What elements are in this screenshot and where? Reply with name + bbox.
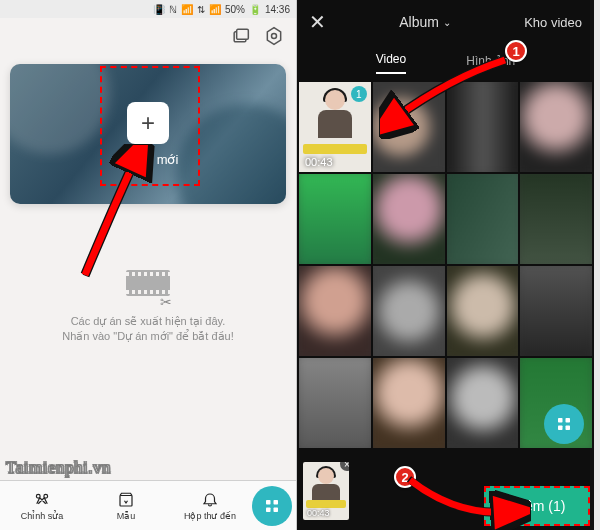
media-thumb[interactable] [447, 174, 519, 264]
apps-fab[interactable] [252, 486, 292, 526]
svg-rect-9 [266, 507, 271, 512]
plus-icon[interactable]: + [127, 102, 169, 144]
annotation-step-2: 2 [394, 466, 416, 488]
svg-marker-2 [267, 28, 280, 45]
annotation-step-1: 1 [505, 40, 527, 62]
watermark: Taimienphi.vn [6, 458, 111, 478]
empty-state: ✂ Các dự án sẽ xuất hiện tại đây. Nhấn v… [0, 270, 296, 345]
empty-line-2: Nhấn vào "Dự án mới" để bắt đầu! [62, 329, 234, 344]
svg-point-3 [272, 34, 277, 39]
nav-template[interactable]: Mẫu [84, 491, 168, 521]
add-button[interactable]: Thêm (1) [484, 486, 590, 526]
tray-duration: 00:43 [307, 508, 330, 518]
svg-rect-14 [566, 426, 571, 431]
media-thumb[interactable] [520, 266, 592, 356]
chevron-down-icon: ⌄ [443, 17, 451, 28]
media-thumb[interactable] [373, 358, 445, 448]
data-icon: ⇅ [197, 4, 205, 15]
svg-point-5 [44, 494, 48, 498]
album-dropdown[interactable]: Album ⌄ [399, 14, 451, 30]
svg-rect-6 [120, 495, 132, 506]
tab-video[interactable]: Video [376, 52, 406, 74]
media-thumb[interactable] [299, 358, 371, 448]
bottom-nav: Chỉnh sửa Mẫu Hộp thư đến [0, 480, 296, 530]
duration-label: 00:43 [305, 156, 333, 168]
remove-icon[interactable]: × [340, 462, 349, 471]
media-thumb[interactable] [447, 82, 519, 172]
media-tabs: Video Hình ảnh [297, 44, 594, 80]
nav-inbox[interactable]: Hộp thư đến [168, 491, 252, 521]
battery-icon: 🔋 [249, 4, 261, 15]
media-thumb-selected[interactable]: 1 00:43 [299, 82, 371, 172]
vibrate-icon: 📳 [153, 4, 165, 15]
status-bar: 📳 ℕ 📶 ⇅ 📶 50% 🔋 14:36 [0, 0, 296, 18]
new-project-card[interactable]: + Dự án mới [10, 64, 286, 204]
media-thumb[interactable] [299, 266, 371, 356]
svg-point-4 [36, 494, 40, 498]
wifi-icon: 📶 [181, 4, 193, 15]
media-gallery: 1 00:43 [297, 80, 594, 450]
new-project-label: Dự án mới [118, 152, 179, 167]
screen-right: ✕ Album ⌄ Kho video Video Hình ảnh 1 00:… [297, 0, 594, 530]
apps-fab-right[interactable] [544, 404, 584, 444]
stock-video-link[interactable]: Kho video [524, 15, 582, 30]
battery-pct: 50% [225, 4, 245, 15]
media-thumb[interactable] [373, 82, 445, 172]
media-thumb[interactable] [447, 266, 519, 356]
svg-rect-12 [566, 418, 571, 423]
clock: 14:36 [265, 4, 290, 15]
selection-badge: 1 [351, 86, 367, 102]
media-thumb[interactable] [373, 174, 445, 264]
settings-icon[interactable] [264, 26, 284, 50]
svg-rect-7 [266, 500, 271, 505]
svg-rect-8 [274, 500, 279, 505]
svg-rect-13 [558, 426, 563, 431]
svg-rect-1 [237, 29, 249, 39]
screen-left: 📳 ℕ 📶 ⇅ 📶 50% 🔋 14:36 + Dự án mới ✂ Các … [0, 0, 297, 530]
svg-rect-10 [274, 507, 279, 512]
tray-thumb[interactable]: 00:43 × [303, 462, 349, 520]
media-thumb[interactable] [447, 358, 519, 448]
media-thumb[interactable] [520, 174, 592, 264]
media-thumb[interactable] [373, 266, 445, 356]
top-toolbar [0, 18, 296, 58]
nfc-icon: ℕ [169, 4, 177, 15]
nav-edit[interactable]: Chỉnh sửa [0, 491, 84, 521]
signal-icon: 📶 [209, 4, 221, 15]
empty-line-1: Các dự án sẽ xuất hiện tại đây. [62, 314, 234, 329]
media-thumb[interactable] [299, 174, 371, 264]
svg-rect-11 [558, 418, 563, 423]
filmstrip-icon: ✂ [126, 270, 170, 304]
folder-icon[interactable] [230, 26, 250, 50]
close-icon[interactable]: ✕ [309, 12, 326, 32]
picker-header: ✕ Album ⌄ Kho video [297, 0, 594, 44]
media-thumb[interactable] [520, 82, 592, 172]
